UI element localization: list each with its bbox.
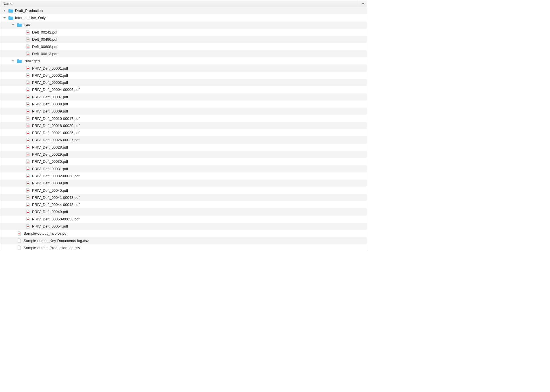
svg-rect-19: [27, 176, 29, 177]
tree-folder-row[interactable]: Internal_Use_Only: [0, 14, 367, 21]
svg-rect-17: [27, 162, 29, 162]
pdf-file-icon: [25, 145, 30, 149]
svg-rect-21: [27, 190, 29, 191]
tree-file-row[interactable]: PRIV_Deft_00050-00053.pdf: [0, 216, 367, 223]
svg-rect-15: [27, 147, 29, 148]
column-header-name[interactable]: Name: [0, 1, 359, 6]
pdf-file-icon: [25, 174, 30, 178]
folder-icon: [8, 16, 13, 20]
file-name: PRIV_Deft_00018-00020.pdf: [32, 124, 80, 128]
tree-file-row[interactable]: PRIV_Deft_00026-00027.pdf: [0, 136, 367, 143]
tree-file-row[interactable]: Deft_00613.pdf: [0, 50, 367, 57]
tree-rows: Draft_ProductionInternal_Use_OnlyKeyDeft…: [0, 7, 367, 251]
tree-file-row[interactable]: PRIV_Deft_00030.pdf: [0, 158, 367, 165]
svg-rect-2: [27, 47, 29, 47]
file-name: PRIV_Deft_00008.pdf: [32, 102, 68, 106]
tree-file-row[interactable]: PRIV_Deft_00028.pdf: [0, 144, 367, 151]
tree-file-row[interactable]: PRIV_Deft_00041-00043.pdf: [0, 194, 367, 201]
file-name: Sample-output_Production-log.csv: [24, 246, 80, 250]
svg-rect-3: [27, 54, 29, 55]
file-name: PRIV_Deft_00030.pdf: [32, 159, 68, 164]
tree-file-row[interactable]: PRIV_Deft_00032-00038.pdf: [0, 172, 367, 180]
tree-file-row[interactable]: PRIV_Deft_00002.pdf: [0, 72, 367, 79]
chevron-up-icon: [362, 2, 364, 5]
sort-indicator[interactable]: [359, 0, 367, 7]
svg-rect-23: [27, 205, 29, 206]
svg-rect-8: [27, 97, 29, 98]
folder-name: Draft_Production: [15, 9, 43, 13]
tree-folder-row[interactable]: Key: [0, 22, 367, 29]
file-name: PRIV_Deft_00032-00038.pdf: [32, 174, 80, 178]
tree-file-row[interactable]: PRIV_Deft_00008.pdf: [0, 101, 367, 108]
pdf-file-icon: [17, 231, 22, 236]
tree-file-row[interactable]: PRIV_Deft_00029.pdf: [0, 151, 367, 158]
tree-file-row[interactable]: Sample-output_Invoice.pdf: [0, 230, 367, 237]
tree-file-row[interactable]: PRIV_Deft_00049.pdf: [0, 208, 367, 215]
file-icon: [17, 245, 22, 250]
tree-file-row[interactable]: Deft_00242.pdf: [0, 29, 367, 36]
tree-folder-row[interactable]: Draft_Production: [0, 7, 367, 14]
pdf-file-icon: [25, 44, 30, 49]
folder-name: Internal_Use_Only: [15, 16, 46, 20]
file-name: PRIV_Deft_00003.pdf: [32, 80, 68, 85]
pdf-file-icon: [25, 123, 30, 128]
svg-rect-11: [27, 118, 29, 119]
svg-rect-6: [27, 83, 29, 84]
pdf-file-icon: [25, 80, 30, 85]
disclosure-triangle[interactable]: [3, 9, 7, 13]
tree-file-row[interactable]: PRIV_Deft_00007.pdf: [0, 93, 367, 101]
tree-file-row[interactable]: Sample-output_Key-Documents-log.csv: [0, 237, 367, 244]
folder-icon: [17, 59, 22, 63]
pdf-file-icon: [25, 188, 30, 193]
disclosure-triangle[interactable]: [11, 23, 15, 27]
pdf-file-icon: [25, 166, 30, 171]
tree-file-row[interactable]: PRIV_Deft_00004-00006.pdf: [0, 86, 367, 93]
disclosure-triangle[interactable]: [3, 16, 7, 20]
svg-rect-12: [27, 126, 29, 126]
file-name: PRIV_Deft_00028.pdf: [32, 145, 68, 149]
file-name: PRIV_Deft_00010-00017.pdf: [32, 116, 80, 121]
pdf-file-icon: [25, 152, 30, 157]
tree-file-row[interactable]: PRIV_Deft_00039.pdf: [0, 180, 367, 187]
svg-rect-9: [27, 104, 29, 105]
pdf-file-icon: [25, 51, 30, 56]
tree-file-row[interactable]: PRIV_Deft_00018-00020.pdf: [0, 122, 367, 129]
pdf-file-icon: [25, 224, 30, 229]
tree-file-row[interactable]: Sample-output_Production-log.csv: [0, 244, 367, 251]
tree-file-row[interactable]: PRIV_Deft_00001.pdf: [0, 64, 367, 72]
svg-rect-20: [27, 183, 29, 184]
file-name: Deft_00613.pdf: [32, 52, 57, 56]
pdf-file-icon: [25, 138, 30, 142]
tree-file-row[interactable]: Deft_00608.pdf: [0, 43, 367, 50]
pdf-file-icon: [25, 102, 30, 107]
file-icon: [17, 238, 22, 243]
tree-file-row[interactable]: PRIV_Deft_00009.pdf: [0, 108, 367, 115]
tree-file-row[interactable]: PRIV_Deft_00003.pdf: [0, 79, 367, 86]
file-name: PRIV_Deft_00029.pdf: [32, 152, 68, 157]
folder-icon: [8, 9, 13, 13]
tree-file-row[interactable]: PRIV_Deft_00021-00025.pdf: [0, 129, 367, 136]
tree-folder-row[interactable]: Privileged: [0, 57, 367, 64]
pdf-file-icon: [25, 30, 30, 35]
tree-file-row[interactable]: PRIV_Deft_00044-00048.pdf: [0, 201, 367, 208]
file-tree-panel: Name Draft_ProductionInternal_Use_OnlyKe…: [0, 0, 367, 251]
file-name: PRIV_Deft_00007.pdf: [32, 95, 68, 99]
svg-rect-16: [27, 155, 29, 155]
pdf-file-icon: [25, 217, 30, 221]
folder-name: Key: [24, 23, 30, 27]
tree-file-row[interactable]: PRIV_Deft_00054.pdf: [0, 223, 367, 230]
pdf-file-icon: [25, 95, 30, 99]
svg-rect-7: [27, 90, 29, 91]
file-name: PRIV_Deft_00049.pdf: [32, 210, 68, 214]
disclosure-triangle[interactable]: [11, 59, 15, 63]
svg-rect-24: [27, 212, 29, 213]
tree-file-row[interactable]: PRIV_Deft_00040.pdf: [0, 187, 367, 194]
file-name: PRIV_Deft_00002.pdf: [32, 73, 68, 78]
tree-file-row[interactable]: Deft_00486.pdf: [0, 36, 367, 43]
pdf-file-icon: [25, 203, 30, 207]
tree-file-row[interactable]: PRIV_Deft_00010-00017.pdf: [0, 115, 367, 122]
file-name: PRIV_Deft_00044-00048.pdf: [32, 203, 80, 207]
file-name: Sample-output_Invoice.pdf: [24, 231, 68, 235]
tree-file-row[interactable]: PRIV_Deft_00031.pdf: [0, 165, 367, 172]
file-name: PRIV_Deft_00021-00025.pdf: [32, 131, 80, 135]
